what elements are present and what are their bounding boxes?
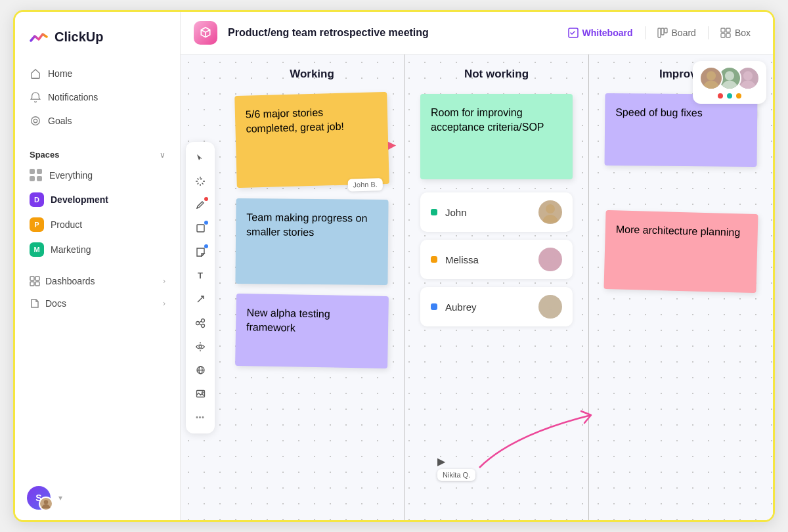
svg-point-29	[725, 71, 734, 80]
svg-rect-9	[661, 28, 664, 35]
svg-rect-2	[30, 277, 34, 280]
svg-rect-5	[35, 282, 39, 286]
ai-tool[interactable]	[190, 336, 211, 357]
text-tool[interactable]: T	[190, 265, 211, 286]
status-dot-2	[727, 93, 732, 99]
whiteboard-area[interactable]: T	[181, 55, 773, 520]
sidebar-nav: Home Notifications Goals	[15, 59, 180, 135]
note-6[interactable]: More architecture planning	[603, 210, 758, 293]
target-icon	[30, 115, 41, 127]
home-label: Home	[48, 68, 72, 79]
person-aubrey[interactable]: Aubrey	[420, 287, 573, 326]
note-1-author: John B.	[347, 178, 383, 192]
app-container: ClickUp Home Notifications	[13, 10, 775, 522]
aubrey-name: Aubrey	[445, 301, 477, 313]
tab-whiteboard[interactable]: Whiteboard	[559, 24, 642, 42]
note-2[interactable]: Team making progress on smaller stories	[235, 198, 388, 285]
column-working: Working 5/6 major stories completed, gre…	[220, 55, 405, 520]
select-icon	[196, 153, 205, 162]
wb-avatars-wrap	[693, 61, 766, 104]
whiteboard-tab-label: Whiteboard	[582, 28, 633, 38]
aubrey-avatar-face	[538, 295, 562, 319]
cube-icon	[199, 26, 212, 39]
everything-label: Everything	[49, 170, 93, 181]
melissa-avatar	[538, 248, 562, 271]
sidebar-user[interactable]: S ▾	[15, 476, 180, 520]
svg-point-30	[743, 71, 753, 80]
goals-label: Goals	[48, 116, 72, 126]
sticky-tool[interactable]	[190, 242, 211, 263]
sidebar-item-notifications[interactable]: Notifications	[23, 85, 172, 109]
more-tool[interactable]: •••	[190, 407, 211, 428]
arrow-tool[interactable]	[190, 289, 211, 310]
pen-tool[interactable]	[190, 194, 211, 215]
aubrey-dot	[431, 303, 437, 310]
svg-rect-12	[726, 28, 730, 32]
chevron-right-icon: ›	[163, 277, 165, 286]
connect-icon	[195, 318, 206, 328]
product-label: Product	[51, 219, 82, 230]
user-avatar: S	[27, 486, 51, 510]
note-4[interactable]: Room for improving acceptance criteria/S…	[420, 94, 573, 179]
note-6-text: More architecture planning	[616, 223, 741, 238]
note-3[interactable]: New alpha testing framework	[235, 294, 389, 368]
spaces-header[interactable]: Spaces ∨	[23, 146, 172, 164]
marketing-label: Marketing	[51, 244, 91, 255]
svg-point-1	[33, 119, 37, 122]
person-melissa[interactable]: Melissa	[420, 240, 573, 279]
note-1[interactable]: 5/6 major stories completed, great job! …	[234, 92, 389, 188]
note-4-text: Room for improving acceptance criteria/S…	[431, 107, 544, 133]
docs-label: Docs	[45, 298, 66, 309]
image-tool[interactable]	[190, 384, 211, 405]
person-john[interactable]: John	[420, 192, 573, 232]
sidebar-item-docs[interactable]: Docs ›	[23, 292, 172, 315]
sidebar-item-development[interactable]: D Development	[23, 187, 172, 212]
sidebar-item-everything[interactable]: Everything	[23, 164, 172, 187]
status-dot-3	[736, 93, 741, 99]
pen-icon	[196, 200, 206, 210]
marketing-badge: M	[30, 242, 44, 257]
note-1-text: 5/6 major stories completed, great job!	[246, 107, 344, 135]
svg-point-19	[199, 345, 202, 348]
working-header: Working	[236, 68, 388, 81]
everything-icon	[30, 169, 43, 182]
tab-board[interactable]: Board	[648, 24, 705, 42]
page-icon	[194, 21, 217, 45]
connect-tool[interactable]	[190, 313, 211, 334]
svg-point-27	[546, 299, 555, 308]
tab-box[interactable]: Box	[711, 24, 760, 42]
wb-avatar-1	[699, 66, 723, 90]
avatar-status-row	[699, 93, 760, 99]
svg-rect-11	[721, 28, 725, 32]
svg-rect-8	[658, 28, 661, 37]
sidebar-item-goals[interactable]: Goals	[23, 109, 172, 133]
sidebar-item-product[interactable]: P Product	[23, 212, 172, 237]
column-not-working: Not working Room for improving acceptanc…	[405, 55, 589, 520]
sidebar-bottom: Dashboards › Docs ›	[15, 265, 180, 320]
hand-tool[interactable]	[190, 171, 211, 192]
avatar-1-face	[701, 68, 722, 89]
note-5[interactable]: Speed of bug fixes	[605, 93, 758, 167]
select-tool[interactable]	[190, 147, 211, 168]
globe-tool[interactable]	[190, 360, 211, 381]
tab-divider-2	[708, 26, 709, 39]
svg-rect-14	[726, 33, 730, 37]
rect-tool[interactable]	[190, 218, 211, 239]
spaces-section: Spaces ∨ Everything D Development P Prod…	[15, 135, 180, 265]
john-avatar	[538, 200, 562, 224]
sidebar-item-marketing[interactable]: M Marketing	[23, 237, 172, 262]
docs-icon	[30, 298, 40, 309]
box-tab-icon	[720, 28, 731, 38]
note-3-text: New alpha testing framework	[246, 307, 330, 334]
sidebar-item-home[interactable]: Home	[23, 62, 172, 85]
svg-point-26	[546, 252, 555, 261]
sidebar: ClickUp Home Notifications	[15, 12, 181, 520]
chevron-right-docs-icon: ›	[163, 299, 165, 308]
status-dot-1	[718, 93, 723, 99]
sticky-icon	[196, 247, 206, 257]
svg-point-17	[202, 319, 205, 322]
development-badge: D	[30, 192, 44, 207]
sidebar-item-dashboards[interactable]: Dashboards ›	[23, 270, 172, 292]
svg-rect-13	[721, 33, 725, 37]
board-tab-label: Board	[672, 28, 696, 38]
